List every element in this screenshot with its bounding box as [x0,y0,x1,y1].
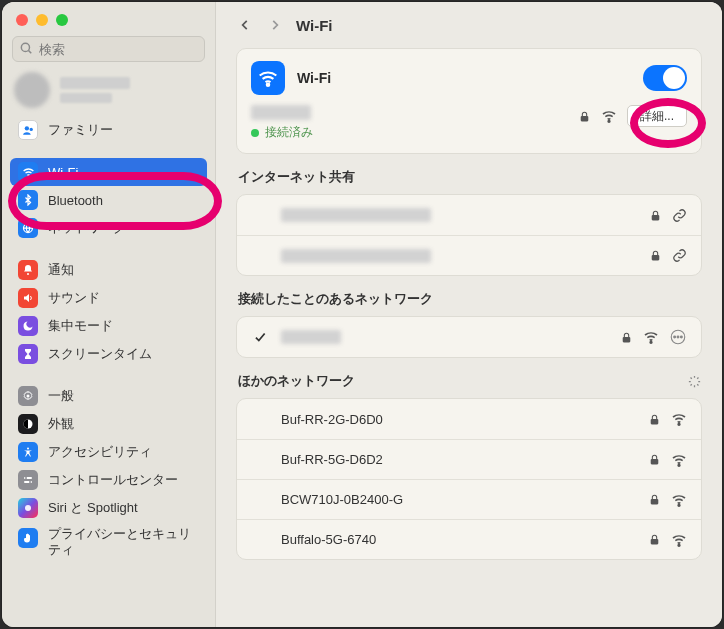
back-button[interactable] [236,16,254,34]
network-icon [18,218,38,238]
sidebar: ファミリー Wi-Fi Bluetooth ネットワーク [2,2,216,627]
wifi-signal-icon [601,108,617,124]
svg-point-21 [650,341,652,343]
breadcrumb-header: Wi-Fi [216,2,722,48]
sidebar-item-notifications[interactable]: 通知 [10,256,207,284]
section-sharing-title: インターネット共有 [238,168,702,186]
lock-icon [620,331,633,344]
svg-point-12 [25,477,27,479]
sidebar-item-bluetooth[interactable]: Bluetooth [10,186,207,214]
sidebar-item-sound[interactable]: サウンド [10,284,207,312]
more-icon[interactable] [669,328,687,346]
sharing-list [236,194,702,276]
svg-point-14 [25,505,31,511]
lock-icon [648,533,661,546]
family-icon [18,120,38,140]
sidebar-item-wifi[interactable]: Wi-Fi [10,158,207,186]
speaker-icon [18,288,38,308]
link-icon [672,248,687,263]
network-name: Buffalo-5G-6740 [281,532,636,547]
other-row[interactable]: BCW710J-0B2400-G [237,479,701,519]
svg-point-23 [674,336,676,338]
svg-point-3 [29,127,32,130]
minimize-button[interactable] [36,14,48,26]
svg-point-2 [24,126,28,130]
sidebar-item-general[interactable]: 一般 [10,382,207,410]
sidebar-item-accessibility[interactable]: アクセシビリティ [10,438,207,466]
svg-point-7 [27,395,30,398]
wifi-signal-icon [643,329,659,345]
sidebar-item-label: 外観 [48,415,74,433]
sidebar-item-family[interactable]: ファミリー [10,116,207,144]
svg-rect-16 [581,115,589,120]
other-row[interactable]: Buf-RR-5G-D6D2 [237,439,701,479]
svg-point-4 [27,176,28,177]
sidebar-item-label: ネットワーク [48,219,126,237]
section-other-title: ほかのネットワーク [238,372,702,390]
sidebar-item-label: Bluetooth [48,193,103,208]
details-button[interactable]: 詳細... [627,105,687,127]
bluetooth-icon [18,190,38,210]
other-row[interactable]: Buffalo-5G-6740 [237,519,701,559]
svg-point-29 [678,464,680,466]
user-name-redacted [60,77,130,89]
sidebar-item-label: コントロールセンター [48,471,178,489]
other-row[interactable]: Buf-RR-2G-D6D0 [237,399,701,439]
wifi-signal-icon [671,411,687,427]
sidebar-item-label: 一般 [48,387,74,405]
main-pane: Wi-Fi Wi-Fi 接続済み [216,2,722,627]
sidebar-item-appearance[interactable]: 外観 [10,410,207,438]
svg-point-31 [678,504,680,506]
appearance-icon [18,414,38,434]
close-button[interactable] [16,14,28,26]
forward-button[interactable] [266,16,284,34]
sidebar-item-control-center[interactable]: コントロールセンター [10,466,207,494]
sidebar-item-focus[interactable]: 集中モード [10,312,207,340]
spinner-icon [687,374,702,389]
known-row[interactable] [237,317,701,357]
network-name: BCW710J-0B2400-G [281,492,636,507]
window-controls [2,10,215,36]
sidebar-item-label: Siri と Spotlight [48,499,138,517]
maximize-button[interactable] [56,14,68,26]
svg-rect-20 [623,336,631,341]
wifi-title: Wi-Fi [297,70,631,86]
section-known-title: 接続したことのあるネットワーク [238,290,702,308]
user-sub-redacted [60,93,112,103]
svg-point-17 [608,120,610,122]
sidebar-item-label: アクセシビリティ [48,443,152,461]
sidebar-item-label: 集中モード [48,317,113,335]
wifi-signal-icon [671,492,687,508]
lock-icon [649,209,662,222]
sharing-row[interactable] [237,235,701,275]
sharing-name-redacted [281,208,431,222]
sidebar-item-privacy[interactable]: プライバシーとセキュリティ [10,522,207,561]
lock-icon [648,413,661,426]
sidebar-item-screentime[interactable]: スクリーンタイム [10,340,207,368]
svg-rect-19 [652,255,660,260]
svg-rect-30 [651,499,659,504]
search-input[interactable] [12,36,205,62]
gear-icon [18,386,38,406]
hand-icon [18,528,38,548]
wifi-toggle[interactable] [643,65,687,91]
sidebar-item-siri[interactable]: Siri と Spotlight [10,494,207,522]
svg-point-25 [680,336,682,338]
svg-rect-18 [652,214,660,219]
accessibility-icon [18,442,38,462]
lock-icon [578,110,591,123]
status-dot-icon [251,129,259,137]
sidebar-item-label: プライバシーとセキュリティ [48,526,199,557]
sidebar-item-label: Wi-Fi [48,165,78,180]
lock-icon [649,249,662,262]
search-icon [19,41,33,55]
sharing-row[interactable] [237,195,701,235]
siri-icon [18,498,38,518]
wifi-signal-icon [671,532,687,548]
svg-point-0 [21,43,29,51]
account-row[interactable] [2,70,215,116]
hourglass-icon [18,344,38,364]
check-icon [251,330,269,344]
sidebar-item-network[interactable]: ネットワーク [10,214,207,242]
network-name: Buf-RR-2G-D6D0 [281,412,636,427]
